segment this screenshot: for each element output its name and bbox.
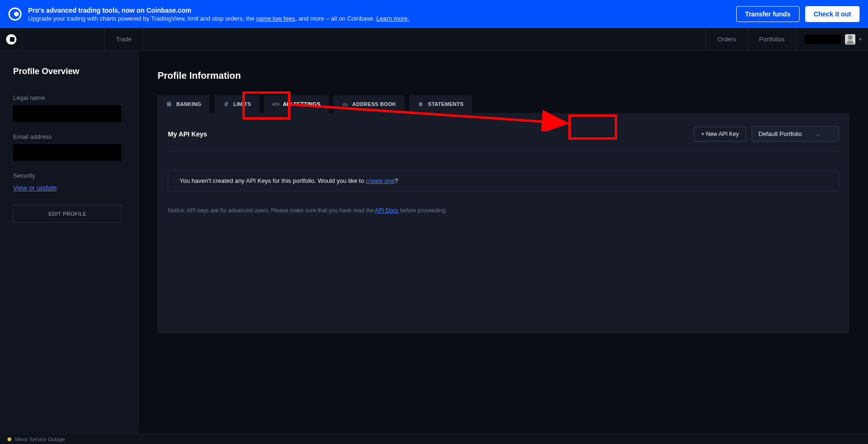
legal-name-label: Legal name	[13, 94, 125, 101]
security-view-update-link[interactable]: View or update	[13, 184, 57, 192]
tab-banking[interactable]: 🏛 BANKING	[158, 95, 210, 113]
address-book-icon: ▭	[342, 101, 348, 107]
tab-limits[interactable]: ⇵ LIMITS	[214, 95, 259, 113]
security-label: Security	[13, 172, 125, 179]
email-value-redacted	[13, 144, 121, 161]
banner-title: Pro's advanced trading tools, now on Coi…	[28, 7, 409, 14]
chevron-down-icon: ▾	[859, 37, 861, 42]
portfolio-dropdown[interactable]: Default Portfolio ⌄	[752, 126, 839, 142]
banner-sub-text: Upgrade your trading with charts powered…	[28, 15, 256, 22]
empty-text-pre: You haven't created any API Keys for thi…	[180, 177, 366, 184]
edit-profile-button[interactable]: EDIT PROFILE	[13, 205, 122, 223]
notice-text-post: before proceeding.	[399, 207, 447, 214]
nav-portfolios[interactable]: Portfolios	[747, 28, 796, 51]
api-docs-link[interactable]: API Docs	[375, 207, 399, 214]
tab-address-book[interactable]: ▭ ADDRESS BOOK	[333, 95, 404, 113]
bank-icon: 🏛	[166, 101, 173, 107]
api-keys-panel: My API Keys + New API Key Default Portfo…	[158, 113, 849, 333]
transfer-funds-button[interactable]: Transfer funds	[736, 6, 800, 22]
tab-limits-label: LIMITS	[233, 101, 251, 107]
status-text: Minor Service Outage	[15, 436, 65, 442]
api-notice: Notice: API keys are for advanced users.…	[168, 207, 839, 214]
new-api-key-button[interactable]: + New API Key	[694, 127, 746, 142]
legal-name-value-redacted	[13, 105, 121, 122]
banner-sub-text2: , and more – all on Coinbase.	[295, 15, 376, 22]
username-redacted	[805, 35, 841, 44]
profile-tabs: 🏛 BANKING ⇵ LIMITS </> API SETTINGS ▭ AD…	[158, 95, 849, 113]
tab-address-label: ADDRESS BOOK	[352, 101, 396, 107]
tab-statements-label: STATEMENTS	[428, 101, 464, 107]
code-icon: </>	[272, 101, 279, 107]
user-menu[interactable]: ▾	[796, 28, 868, 51]
nav-trade[interactable]: Trade	[105, 28, 143, 51]
main-content: Profile Information 🏛 BANKING ⇵ LIMITS <…	[139, 51, 868, 434]
status-bar: Minor Service Outage	[0, 434, 868, 444]
status-indicator-icon	[8, 437, 11, 441]
check-it-out-button[interactable]: Check it out	[805, 6, 860, 22]
document-icon: 🗎	[418, 101, 424, 107]
banner-subtitle: Upgrade your trading with charts powered…	[28, 15, 409, 22]
top-nav: Trade Orders Portfolios ▾	[0, 28, 868, 51]
coinbase-c-icon	[6, 34, 16, 45]
logo[interactable]	[0, 28, 23, 51]
learn-more-link[interactable]: Learn more.	[377, 15, 409, 22]
panel-title: My API Keys	[168, 130, 207, 138]
limits-icon: ⇵	[223, 101, 229, 107]
tab-statements[interactable]: 🗎 STATEMENTS	[409, 95, 472, 113]
email-label: Email address	[13, 133, 125, 140]
sidebar: Profile Overview Legal name Email addres…	[0, 51, 139, 434]
same-low-fees-link[interactable]: same low fees	[256, 15, 295, 22]
notice-text-pre: Notice: API keys are for advanced users.…	[168, 207, 375, 214]
coinbase-logo-icon	[8, 8, 22, 21]
tab-banking-label: BANKING	[176, 101, 201, 107]
nav-orders[interactable]: Orders	[706, 28, 747, 51]
empty-text-post: ?	[394, 177, 398, 184]
empty-state-message: You haven't created any API Keys for thi…	[168, 170, 839, 191]
promo-banner: Pro's advanced trading tools, now on Coi…	[0, 0, 868, 28]
portfolio-selected-label: Default Portfolio	[759, 130, 802, 137]
avatar-icon	[845, 34, 855, 45]
page-title: Profile Information	[158, 70, 849, 81]
create-one-link[interactable]: create one	[366, 177, 394, 184]
tab-api-label: API SETTINGS	[283, 101, 320, 107]
chevron-down-icon: ⌄	[816, 131, 820, 136]
tab-api-settings[interactable]: </> API SETTINGS	[264, 95, 329, 113]
sidebar-heading: Profile Overview	[13, 67, 125, 76]
